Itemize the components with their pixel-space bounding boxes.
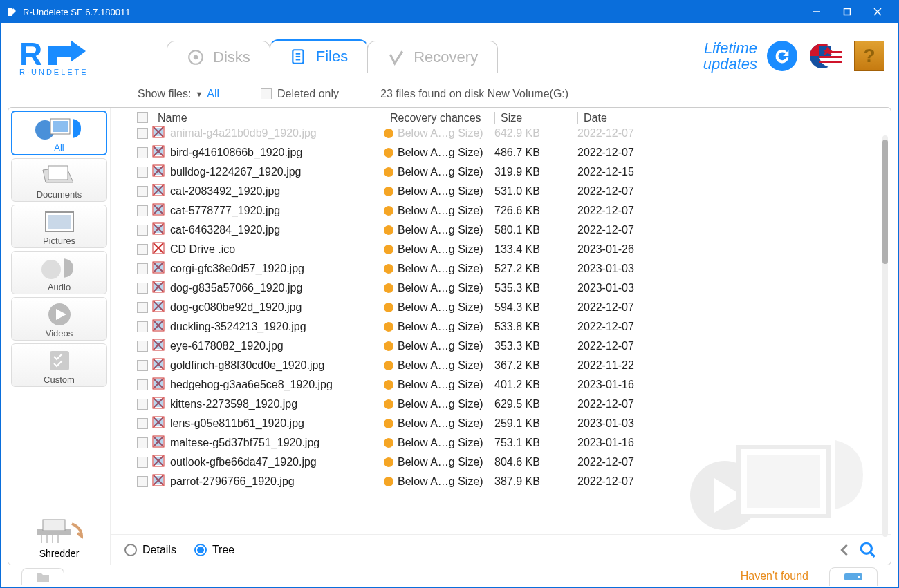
table-row[interactable]: outlook-gfbe66da47_1920.jpgBelow A…g Siz… bbox=[111, 453, 891, 472]
file-name: goldfinch-g88f30cd0e_1920.jpg bbox=[170, 359, 324, 372]
table-row[interactable]: bulldog-1224267_1920.jpgBelow A…g Size)3… bbox=[111, 162, 891, 182]
bottom-tab[interactable] bbox=[21, 568, 64, 585]
custom-icon bbox=[28, 347, 91, 374]
scrollbar[interactable] bbox=[882, 135, 888, 537]
file-date: 2022-12-07 bbox=[577, 146, 674, 159]
table-row[interactable]: parrot-2796766_1920.jpgBelow A…g Size)38… bbox=[111, 472, 891, 491]
select-all-checkbox[interactable] bbox=[137, 112, 148, 123]
col-name[interactable]: Name bbox=[152, 112, 384, 124]
recovery-chance: Below A…g Size) bbox=[398, 224, 483, 236]
recovery-chance: Below A…g Size) bbox=[398, 321, 483, 333]
show-files-dropdown[interactable]: Show files: ▼ All bbox=[138, 88, 219, 100]
tab-recovery[interactable]: Recovery bbox=[367, 41, 498, 73]
recovery-chance: Below A…g Size) bbox=[398, 146, 483, 159]
language-button[interactable] bbox=[807, 41, 844, 71]
table-row[interactable]: kittens-2273598_1920.jpgBelow A…g Size)6… bbox=[111, 395, 891, 414]
row-checkbox[interactable] bbox=[137, 167, 148, 178]
sidebar-item-audio[interactable]: Audio bbox=[11, 251, 107, 294]
row-checkbox[interactable] bbox=[137, 302, 148, 313]
sidebar-item-documents[interactable]: Documents bbox=[11, 158, 107, 202]
file-date: 2023-01-03 bbox=[577, 282, 674, 294]
table-row[interactable]: lens-g05e811b61_1920.jpgBelow A…g Size)2… bbox=[111, 414, 891, 433]
row-checkbox[interactable] bbox=[137, 283, 148, 294]
table-row[interactable]: corgi-gfc38e0d57_1920.jpgBelow A…g Size)… bbox=[111, 259, 891, 278]
row-checkbox[interactable] bbox=[137, 399, 148, 410]
table-row[interactable]: cat-5778777_1920.jpgBelow A…g Size)726.6… bbox=[111, 201, 891, 220]
deleted-only-checkbox[interactable]: Deleted only bbox=[261, 88, 339, 100]
bottom-tab-2[interactable] bbox=[829, 567, 878, 586]
search-icon[interactable] bbox=[859, 541, 877, 559]
table-row[interactable]: CD Drive .icoBelow A…g Size)133.4 KB2023… bbox=[111, 240, 891, 259]
row-checkbox[interactable] bbox=[137, 437, 148, 448]
tab-files[interactable]: Files bbox=[270, 39, 368, 73]
table-row[interactable]: dog-gc080be92d_1920.jpgBelow A…g Size)59… bbox=[111, 298, 891, 317]
table-row[interactable]: animal-g4a21b0db9_1920.jpgBelow A…g Size… bbox=[111, 124, 891, 143]
svg-text:R·UNDELETE: R·UNDELETE bbox=[19, 68, 89, 76]
table-row[interactable]: eye-6178082_1920.jpgBelow A…g Size)353.3… bbox=[111, 336, 891, 356]
col-recovery[interactable]: Recovery chances bbox=[384, 112, 494, 124]
table-row[interactable]: cat-2083492_1920.jpgBelow A…g Size)531.0… bbox=[111, 182, 891, 201]
row-checkbox[interactable] bbox=[137, 321, 148, 332]
table-row[interactable]: duckling-3524213_1920.jpgBelow A…g Size)… bbox=[111, 317, 891, 336]
table-row[interactable]: maltese-g5d37bf751_1920.jpgBelow A…g Siz… bbox=[111, 433, 891, 453]
table-row[interactable]: hedgehog-g3aa6e5ce8_1920.jpgBelow A…g Si… bbox=[111, 375, 891, 395]
status-dot-icon bbox=[384, 245, 393, 254]
sidebar-item-pictures[interactable]: Pictures bbox=[11, 205, 107, 248]
file-list[interactable]: animal-g4a21b0db9_1920.jpgBelow A…g Size… bbox=[111, 124, 891, 534]
table-row[interactable]: goldfinch-g88f30cd0e_1920.jpgBelow A…g S… bbox=[111, 356, 891, 375]
status-dot-icon bbox=[384, 225, 393, 235]
row-checkbox[interactable] bbox=[137, 186, 148, 197]
tab-disks[interactable]: Disks bbox=[167, 41, 270, 73]
file-size: 580.1 KB bbox=[494, 224, 577, 236]
question-icon: ? bbox=[863, 45, 875, 67]
table-row[interactable]: cat-6463284_1920.jpgBelow A…g Size)580.1… bbox=[111, 220, 891, 240]
sidebar-item-shredder[interactable]: Shredder bbox=[11, 515, 107, 562]
help-button[interactable]: ? bbox=[854, 41, 884, 71]
update-button[interactable] bbox=[767, 41, 797, 71]
svg-rect-37 bbox=[154, 128, 163, 136]
svg-rect-108 bbox=[154, 476, 163, 484]
file-type-icon bbox=[152, 455, 165, 470]
status-dot-icon bbox=[384, 187, 393, 196]
row-checkbox[interactable] bbox=[137, 205, 148, 216]
back-icon[interactable] bbox=[837, 542, 852, 558]
row-checkbox[interactable] bbox=[137, 128, 148, 139]
row-checkbox[interactable] bbox=[137, 225, 148, 236]
titlebar: R-Undelete SE 6.7.180011 bbox=[1, 1, 898, 23]
svg-rect-96 bbox=[154, 418, 163, 426]
row-checkbox[interactable] bbox=[137, 476, 148, 487]
minimize-button[interactable] bbox=[801, 1, 832, 23]
file-name: corgi-gfc38e0d57_1920.jpg bbox=[170, 263, 304, 275]
file-size: 629.5 KB bbox=[494, 398, 577, 410]
row-checkbox[interactable] bbox=[137, 147, 148, 158]
row-checkbox[interactable] bbox=[137, 418, 148, 429]
view-details-radio[interactable]: Details bbox=[124, 544, 176, 556]
row-checkbox[interactable] bbox=[137, 379, 148, 390]
havent-found-link[interactable]: Haven't found bbox=[741, 570, 808, 582]
row-checkbox[interactable] bbox=[137, 244, 148, 255]
sidebar-shredder-label: Shredder bbox=[39, 548, 80, 559]
row-checkbox[interactable] bbox=[137, 263, 148, 274]
col-date[interactable]: Date bbox=[577, 112, 674, 124]
maximize-button[interactable] bbox=[832, 1, 862, 23]
status-dot-icon bbox=[384, 129, 393, 138]
status-dot-icon bbox=[384, 167, 393, 177]
svg-rect-16 bbox=[819, 61, 842, 63]
sidebar-item-videos[interactable]: Videos bbox=[11, 297, 107, 341]
sidebar-documents-label: Documents bbox=[37, 189, 82, 200]
file-size: 594.3 KB bbox=[494, 301, 577, 314]
row-checkbox[interactable] bbox=[137, 341, 148, 352]
table-row[interactable]: bird-g41610866b_1920.jpgBelow A…g Size)4… bbox=[111, 143, 891, 162]
show-files-label: Show files: bbox=[138, 88, 191, 100]
col-size[interactable]: Size bbox=[494, 112, 577, 124]
view-tree-radio[interactable]: Tree bbox=[194, 544, 234, 556]
row-checkbox[interactable] bbox=[137, 360, 148, 371]
row-checkbox[interactable] bbox=[137, 457, 148, 468]
sidebar-audio-label: Audio bbox=[48, 282, 71, 292]
table-row[interactable]: dog-g835a57066_1920.jpgBelow A…g Size)53… bbox=[111, 278, 891, 298]
sidebar-item-custom[interactable]: Custom bbox=[11, 343, 107, 387]
file-type-icon bbox=[152, 339, 165, 354]
scrollbar-thumb[interactable] bbox=[882, 140, 888, 264]
sidebar-item-all[interactable]: All bbox=[11, 111, 107, 155]
close-button[interactable] bbox=[862, 1, 893, 23]
